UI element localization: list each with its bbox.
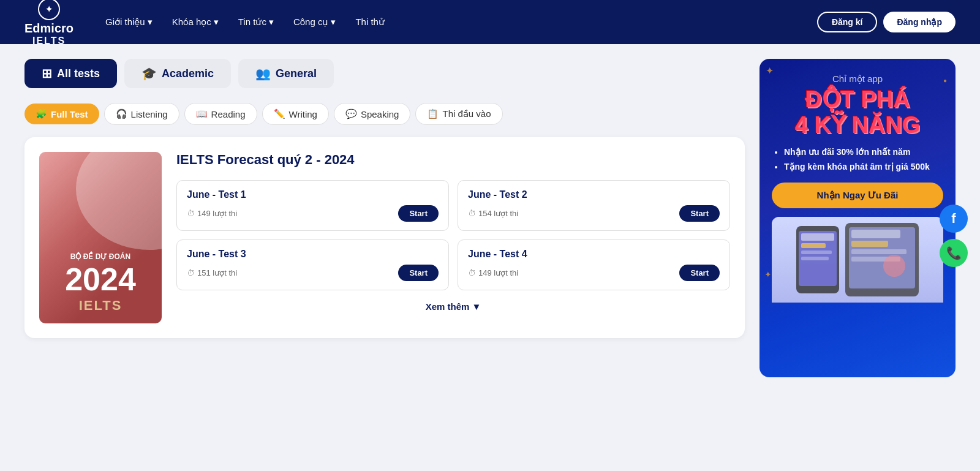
tab-all-tests[interactable]: ⊞ All tests [24,59,117,88]
svg-rect-5 [801,251,832,254]
main-container: ⊞ All tests 🎓 Academic 👥 General 🧩 Full … [0,44,980,392]
test-item-1: June - Test 1 ⏱ 149 lượt thi Start [176,180,449,231]
promo-subtitle: Chỉ một app [772,73,943,85]
test-item-4: June - Test 4 ⏱ 149 lượt thi Start [458,239,730,290]
test-item-footer-1: ⏱ 149 lượt thi Start [187,205,439,222]
test-item-name-1: June - Test 1 [187,189,439,200]
test-item-count-1: ⏱ 149 lượt thi [187,209,237,218]
svg-rect-9 [851,230,900,238]
login-button[interactable]: Đăng nhập [883,12,956,32]
skill-btn-writing[interactable]: ✏️ Writing [262,103,329,125]
test-card: BỘ ĐỀ DỰ ĐOÁN 2024 IELTS IELTS Forecast … [24,137,745,338]
svg-point-0 [76,152,162,250]
left-content: ⊞ All tests 🎓 Academic 👥 General 🧩 Full … [24,59,745,377]
chevron-down-icon: ▾ [148,17,153,28]
logo-text: IELTS [32,36,66,47]
nav-menu: Giới thiệu ▾ Khóa học ▾ Tin tức ▾ Công c… [98,13,799,31]
entry-icon: 📋 [427,108,439,119]
chat-icon: 💬 [345,108,357,119]
facebook-float-button[interactable]: f [940,205,968,233]
skill-btn-speaking[interactable]: 💬 Speaking [334,103,411,125]
start-button-1[interactable]: Start [398,205,439,222]
svg-rect-3 [801,233,834,241]
promo-card: ✦ ● ✦ Chỉ một app ĐỘT PHÁ 4 KỸ NĂNG Nhận… [760,59,956,377]
start-button-4[interactable]: Start [679,265,720,281]
right-sidebar: ✦ ● ✦ Chỉ một app ĐỘT PHÁ 4 KỸ NĂNG Nhận… [760,59,956,377]
count-icon: ⏱ [468,268,476,277]
nav-item-cong-cu[interactable]: Công cụ ▾ [286,13,344,31]
svg-point-13 [883,255,905,277]
chevron-down-icon: ▾ [214,17,219,28]
test-item-footer-3: ⏱ 151 lượt thi Start [187,265,439,281]
promo-bullets: Nhận ưu đãi 30% lớn nhất năm Tặng kèm kh… [772,147,943,171]
skill-btn-full-test[interactable]: 🧩 Full Test [24,104,99,124]
promo-title: ĐỘT PHÁ 4 KỸ NĂNG [772,87,943,138]
svg-rect-11 [851,249,907,254]
book-icon: 📖 [196,108,208,119]
grid-icon: ⊞ [42,66,52,81]
chevron-down-icon: ▾ [331,17,336,28]
see-more-button[interactable]: Xem thêm ▼ [176,301,730,312]
skill-btn-reading[interactable]: 📖 Reading [184,103,257,125]
promo-bullet-2: Tặng kèm khóa phát âm trị giá 500k [784,162,943,171]
count-icon: ⏱ [187,268,195,277]
facebook-icon: f [951,211,956,227]
people-icon: 👥 [255,66,271,81]
writing-icon: ✏️ [274,108,285,119]
logo[interactable]: ✦ Edmicro IELTS [24,0,74,47]
test-icon: 🧩 [36,108,47,119]
nav-item-gioi-thieu[interactable]: Giới thiệu ▾ [98,13,160,31]
tests-grid: June - Test 1 ⏱ 149 lượt thi Start June … [176,180,730,290]
nav-item-tin-tuc[interactable]: Tin tức ▾ [231,13,281,31]
skill-btn-thi-dau-vao[interactable]: 📋 Thi đầu vào [415,103,502,125]
test-item-count-4: ⏱ 149 lượt thi [468,268,518,277]
skill-filter: 🧩 Full Test 🎧 Listening 📖 Reading ✏️ Wri… [24,103,745,125]
promo-screen-mockup [772,217,943,303]
chevron-down-icon: ▾ [269,17,274,28]
tab-academic[interactable]: 🎓 Academic [124,59,231,88]
logo-brand: Edmicro [24,21,74,36]
floating-buttons: f 📞 [940,205,968,267]
graduation-icon: 🎓 [141,66,157,81]
headphone-icon: 🎧 [116,108,127,119]
promo-cta-button[interactable]: Nhận Ngay Ưu Đãi [772,183,943,208]
test-item-name-4: June - Test 4 [468,249,720,260]
test-card-content: IELTS Forecast quý 2 - 2024 June - Test … [176,152,730,323]
test-item-2: June - Test 2 ⏱ 154 lượt thi Start [458,180,730,231]
skill-btn-listening[interactable]: 🎧 Listening [104,103,179,125]
app-mockup [772,217,943,303]
logo-icon: ✦ [38,0,60,20]
count-icon: ⏱ [187,209,195,218]
test-item-count-3: ⏱ 151 lượt thi [187,268,237,277]
deco-star-1: ✦ [766,65,774,77]
test-card-cover: BỘ ĐỀ DỰ ĐOÁN 2024 IELTS [39,152,162,323]
test-card-title: IELTS Forecast quý 2 - 2024 [176,152,730,168]
svg-rect-6 [801,257,829,260]
phone-float-button[interactable]: 📞 [940,239,968,267]
test-item-count-2: ⏱ 154 lượt thi [468,209,518,218]
nav-item-khoa-hoc[interactable]: Khóa học ▾ [165,13,226,31]
register-button[interactable]: Đăng kí [817,12,878,32]
svg-rect-10 [851,241,888,247]
deco-star-3: ✦ [764,269,772,279]
test-item-name-3: June - Test 3 [187,249,439,260]
start-button-2[interactable]: Start [679,205,720,222]
deco-star-2: ● [943,77,947,84]
count-icon: ⏱ [468,209,476,218]
test-item-name-2: June - Test 2 [468,189,720,200]
test-item-footer-4: ⏱ 149 lượt thi Start [468,265,720,281]
promo-bullet-1: Nhận ưu đãi 30% lớn nhất năm [784,147,943,157]
phone-icon: 📞 [946,246,962,260]
test-item-3: June - Test 3 ⏱ 151 lượt thi Start [176,239,449,290]
test-item-footer-2: ⏱ 154 lượt thi Start [468,205,720,222]
nav-item-thi-thu[interactable]: Thi thử [348,13,392,31]
svg-rect-4 [801,243,826,248]
tab-general[interactable]: 👥 General [238,59,334,88]
navbar: ✦ Edmicro IELTS Giới thiệu ▾ Khóa học ▾ … [0,0,980,44]
start-button-3[interactable]: Start [398,265,439,281]
nav-actions: Đăng kí Đăng nhập [817,12,956,32]
test-type-tabs: ⊞ All tests 🎓 Academic 👥 General [24,59,745,88]
